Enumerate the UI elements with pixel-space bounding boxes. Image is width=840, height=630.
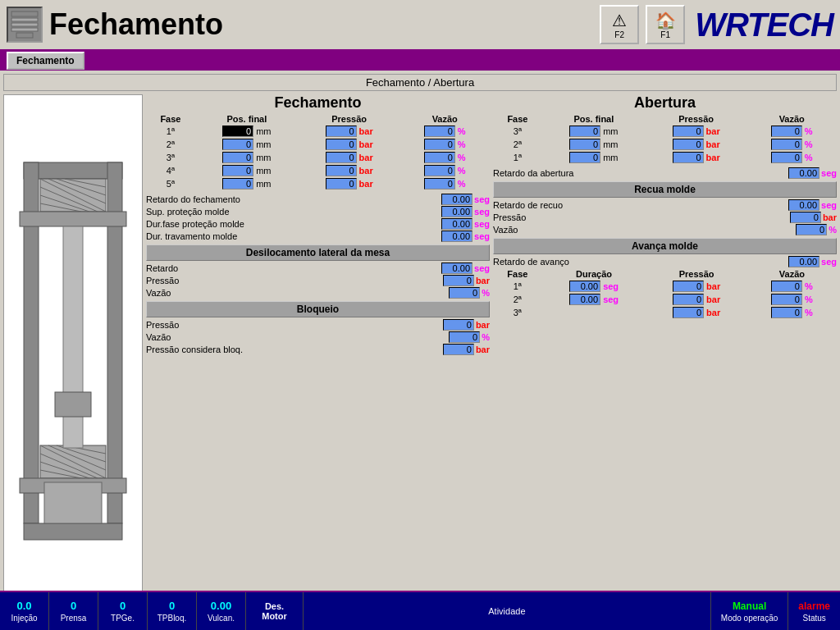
retardo-abertura-val[interactable]: 0.00	[788, 167, 819, 179]
des-motor-line2: Motor	[262, 611, 287, 621]
pos-2: 0 mm	[195, 138, 299, 151]
recua-retardo-val[interactable]: 0.00	[788, 199, 819, 211]
desl-retardo-row: Retardo 0.00 seg	[146, 262, 490, 274]
svg-rect-1	[11, 18, 38, 21]
retardo-fechamento-val[interactable]: 0.00	[441, 194, 472, 205]
f1-button[interactable]: 🏠 F1	[646, 5, 685, 44]
ab-pos-2: 0 mm	[542, 138, 646, 151]
desl-vazao-label: Vazão	[146, 288, 449, 298]
press-1: 0 bar	[299, 125, 400, 138]
status-vulcan: 0.00 Vulcan.	[197, 592, 246, 630]
desl-pressao-val[interactable]: 0	[443, 275, 474, 286]
panel-abertura: Abertura Fase Pos. final Pressão Vazão	[493, 94, 837, 356]
retardo-fechamento-row: Retardo do fechamento 0.00 seg	[146, 194, 490, 205]
svg-rect-2	[11, 23, 38, 26]
desl-retardo-label: Retardo	[146, 263, 441, 273]
top-panels: Fechamento Fase Pos. final Pressão Vazão	[146, 94, 837, 356]
recua-pressao-row: Pressão 0 bar	[493, 212, 837, 223]
status-des-motor: Des. Motor	[246, 592, 304, 630]
desl-vazao-val[interactable]: 0	[449, 287, 480, 299]
svg-rect-28	[55, 392, 91, 417]
bloq-pressao-val[interactable]: 0	[443, 319, 474, 331]
vulcan-value: 0.00	[211, 600, 231, 612]
bloq-pressao-row: Pressão 0 bar	[146, 319, 490, 331]
fase-3: 3ª	[146, 151, 195, 164]
pos-1: 0 mm	[195, 125, 299, 138]
abertura-phases-table: Fase Pos. final Pressão Vazão 3ª 0 mm 0 …	[493, 113, 837, 164]
desl-vazao-row: Vazão 0 %	[146, 287, 490, 299]
section-title: Fechamento / Abertura	[3, 74, 837, 91]
table-row: 3ª 0 bar 0 %	[493, 306, 837, 319]
prensa-label: Prensa	[61, 614, 87, 623]
vazao-4: 0 %	[399, 164, 490, 177]
bloq-pressao-considera-row: Pressão considera bloq. 0 bar	[146, 344, 490, 355]
svg-rect-4	[16, 33, 33, 38]
status-modo-operacao: Manual Modo operação	[711, 592, 789, 630]
recua-molde-title: Recua molde	[493, 181, 837, 198]
alarme-label: Status	[802, 614, 825, 623]
dur-fase-label: Dur.fase proteção molde	[146, 219, 441, 229]
fase-2: 2ª	[146, 138, 195, 151]
modo-operacao-label: Modo operação	[721, 614, 778, 623]
ab-fase-3: 3ª	[493, 125, 542, 138]
avanca-retardo-row: Retardo de avanço 0.00 seg	[493, 256, 837, 267]
table-row: 5ª 0 mm 0 bar 0 %	[146, 177, 490, 190]
ab-vazao-2: 0 %	[746, 138, 837, 151]
injecao-label: Injeção	[11, 614, 37, 623]
bloq-pressao-considera-val[interactable]: 0	[443, 344, 474, 355]
dur-travamento-row: Dur. travamento molde 0.00 seg	[146, 231, 490, 242]
th-pos-final: Pos. final	[195, 113, 299, 125]
status-atividade: Atividade	[304, 592, 711, 630]
vulcan-label: Vulcan.	[208, 614, 235, 623]
tpge-label: TPGe.	[111, 614, 135, 623]
retardo-abertura-row: Retardo da abertura 0.00 seg	[493, 167, 837, 179]
ab-pos-1: 0 mm	[542, 151, 646, 164]
ab-th-pos-final: Pos. final	[542, 113, 646, 125]
recua-vazao-label: Vazão	[493, 225, 796, 235]
pos-3: 0 mm	[195, 151, 299, 164]
svg-rect-25	[20, 212, 126, 226]
desl-retardo-val[interactable]: 0.00	[441, 262, 472, 274]
svg-rect-3	[11, 28, 38, 31]
th-vazao: Vazão	[399, 113, 490, 125]
tpbloq-label: TPBloq.	[158, 614, 187, 623]
warning-icon: ⚠	[612, 11, 627, 30]
av-press-1: 0 bar	[646, 280, 746, 293]
dur-fase-row: Dur.fase proteção molde 0.00 seg	[146, 218, 490, 230]
ab-fase-2: 2ª	[493, 138, 542, 151]
main-content: Fechamento / Abertura	[0, 71, 840, 591]
sup-protecao-val[interactable]: 0.00	[441, 206, 472, 217]
press-4: 0 bar	[299, 164, 400, 177]
abertura-title: Abertura	[493, 94, 837, 112]
bloq-vazao-val[interactable]: 0	[449, 331, 480, 343]
f2-button[interactable]: ⚠ F2	[600, 5, 639, 44]
av-vazao-2: 0 %	[747, 293, 837, 306]
pos-4: 0 mm	[195, 164, 299, 177]
av-th-pressao: Pressão	[646, 268, 746, 280]
fechamento-nav-button[interactable]: Fechamento	[7, 52, 84, 70]
content-layout: Fechamento Fase Pos. final Pressão Vazão	[3, 94, 837, 591]
av-press-3: 0 bar	[646, 306, 746, 319]
dur-travamento-val[interactable]: 0.00	[441, 231, 472, 242]
dur-fase-val[interactable]: 0.00	[441, 218, 472, 230]
machine-diagram	[3, 94, 143, 591]
recua-retardo-row: Retardo de recuo 0.00 seg	[493, 199, 837, 211]
retardo-fechamento-label: Retardo do fechamento	[146, 194, 441, 204]
av-dur-2: 0.00 seg	[542, 293, 646, 306]
atividade-label: Atividade	[488, 606, 525, 616]
pos-5: 0 mm	[195, 177, 299, 190]
avanca-retardo-val[interactable]: 0.00	[788, 256, 819, 267]
ab-th-pressao: Pressão	[646, 113, 747, 125]
vazao-3: 0 %	[399, 151, 490, 164]
bloqueio-title: Bloqueio	[146, 301, 490, 317]
table-row: 4ª 0 mm 0 bar 0 %	[146, 164, 490, 177]
ab-th-vazao: Vazão	[746, 113, 837, 125]
recua-pressao-val[interactable]: 0	[790, 212, 821, 223]
svg-rect-0	[11, 11, 38, 16]
recua-vazao-val[interactable]: 0	[796, 224, 827, 235]
dur-travamento-label: Dur. travamento molde	[146, 231, 441, 241]
desl-pressao-label: Pressão	[146, 276, 443, 285]
av-fase-3: 3ª	[493, 306, 542, 319]
app-icon	[7, 7, 43, 43]
av-fase-1: 1ª	[493, 280, 542, 293]
